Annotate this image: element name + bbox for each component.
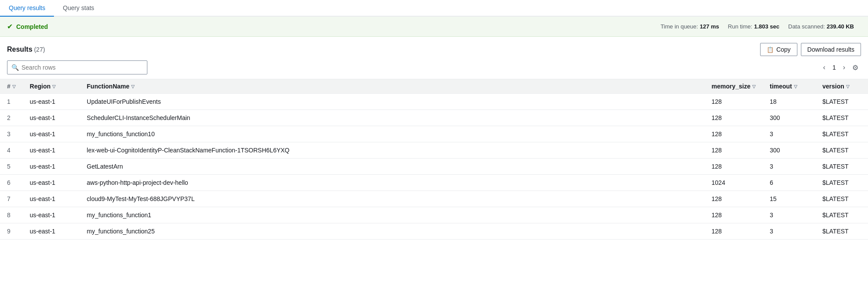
table-wrap: # ▽ Region ▽ FunctionName ▽ [0, 79, 868, 240]
search-input[interactable] [7, 60, 147, 74]
time-in-queue-label: Time in queue: [661, 23, 698, 30]
sort-icon-region: ▽ [52, 84, 56, 89]
cell-version-1: $LATEST [815, 110, 868, 126]
completed-icon: ✔ [7, 22, 13, 31]
copy-label: Copy [776, 46, 791, 53]
next-page-button[interactable]: › [840, 62, 848, 73]
table-row: 1 us-east-1 UpdateUIForPublishEvents 128… [0, 94, 868, 110]
tab-query-results-label: Query results [9, 4, 45, 11]
cell-timeout-3: 300 [763, 142, 815, 159]
cell-mem-3: 128 [704, 142, 763, 159]
run-time-label: Run time: [728, 23, 753, 30]
tab-query-stats[interactable]: Query stats [54, 0, 103, 17]
cell-version-4: $LATEST [815, 159, 868, 175]
results-table: # ▽ Region ▽ FunctionName ▽ [0, 79, 868, 240]
tabs-bar: Query results Query stats [0, 0, 868, 17]
prev-page-button[interactable]: ‹ [821, 62, 828, 73]
cell-version-6: $LATEST [815, 191, 868, 207]
copy-button[interactable]: 📋 Copy [760, 43, 797, 56]
cell-timeout-4: 3 [763, 159, 815, 175]
cell-fn-8: my_functions_function25 [80, 223, 704, 240]
cell-timeout-6: 15 [763, 191, 815, 207]
table-row: 2 us-east-1 SchedulerCLI-InstanceSchedul… [0, 110, 868, 126]
cell-mem-5: 1024 [704, 175, 763, 191]
table-settings-button[interactable]: ⚙ [850, 62, 861, 74]
download-label: Download results [807, 46, 854, 53]
table-row: 8 us-east-1 my_functions_function1 128 3… [0, 207, 868, 223]
cell-version-8: $LATEST [815, 223, 868, 240]
cell-num-5: 6 [0, 175, 23, 191]
cell-mem-2: 128 [704, 126, 763, 142]
data-scanned-label: Data scanned: [788, 23, 825, 30]
download-results-button[interactable]: Download results [801, 43, 861, 56]
cell-num-6: 7 [0, 191, 23, 207]
cell-version-5: $LATEST [815, 175, 868, 191]
cell-num-8: 9 [0, 223, 23, 240]
cell-timeout-0: 18 [763, 94, 815, 110]
status-right: Time in queue: 127 ms Run time: 1.803 se… [661, 23, 861, 30]
page-number: 1 [830, 63, 839, 72]
col-header-memory-size[interactable]: memory_size ▽ [704, 79, 763, 94]
cell-timeout-7: 3 [763, 207, 815, 223]
sort-icon-num: ▽ [12, 84, 16, 89]
cell-mem-8: 128 [704, 223, 763, 240]
results-title-text: Results [7, 46, 32, 53]
table-row: 9 us-east-1 my_functions_function25 128 … [0, 223, 868, 240]
cell-fn-4: GetLatestArn [80, 159, 704, 175]
cell-num-1: 2 [0, 110, 23, 126]
table-header-row: # ▽ Region ▽ FunctionName ▽ [0, 79, 868, 94]
cell-region-2: us-east-1 [23, 126, 80, 142]
cell-region-7: us-east-1 [23, 207, 80, 223]
results-title: Results (27) [7, 46, 45, 53]
sort-icon-mem: ▽ [752, 84, 756, 89]
cell-version-2: $LATEST [815, 126, 868, 142]
results-header: Results (27) 📋 Copy Download results [0, 37, 868, 60]
results-count: (27) [34, 46, 45, 53]
cell-mem-4: 128 [704, 159, 763, 175]
search-icon: 🔍 [11, 64, 19, 71]
sort-icon-fn: ▽ [131, 84, 135, 89]
cell-num-0: 1 [0, 94, 23, 110]
sort-icon-version: ▽ [846, 84, 850, 89]
cell-region-8: us-east-1 [23, 223, 80, 240]
cell-mem-7: 128 [704, 207, 763, 223]
cell-timeout-2: 3 [763, 126, 815, 142]
cell-version-0: $LATEST [815, 94, 868, 110]
cell-version-3: $LATEST [815, 142, 868, 159]
cell-timeout-1: 300 [763, 110, 815, 126]
table-row: 5 us-east-1 GetLatestArn 128 3 $LATEST [0, 159, 868, 175]
col-header-timeout[interactable]: timeout ▽ [763, 79, 815, 94]
tab-query-stats-label: Query stats [63, 4, 94, 11]
copy-icon: 📋 [767, 46, 774, 53]
search-row: 🔍 ‹ 1 › ⚙ [0, 60, 868, 79]
table-row: 6 us-east-1 aws-python-http-api-project-… [0, 175, 868, 191]
cell-region-4: us-east-1 [23, 159, 80, 175]
table-row: 7 us-east-1 cloud9-MyTest-MyTest-688JGPV… [0, 191, 868, 207]
cell-fn-5: aws-python-http-api-project-dev-hello [80, 175, 704, 191]
cell-timeout-5: 6 [763, 175, 815, 191]
cell-fn-6: cloud9-MyTest-MyTest-688JGPVYP37L [80, 191, 704, 207]
cell-mem-1: 128 [704, 110, 763, 126]
run-time-value: 1.803 sec [754, 23, 779, 30]
cell-fn-2: my_functions_function10 [80, 126, 704, 142]
cell-num-2: 3 [0, 126, 23, 142]
cell-region-6: us-east-1 [23, 191, 80, 207]
time-in-queue-value: 127 ms [700, 23, 719, 30]
cell-region-5: us-east-1 [23, 175, 80, 191]
table-row: 4 us-east-1 lex-web-ui-CognitoIdentityP-… [0, 142, 868, 159]
cell-num-4: 5 [0, 159, 23, 175]
results-actions: 📋 Copy Download results [760, 43, 861, 56]
cell-num-7: 8 [0, 207, 23, 223]
pagination: ‹ 1 › ⚙ [821, 62, 861, 74]
cell-fn-0: UpdateUIForPublishEvents [80, 94, 704, 110]
col-header-version[interactable]: version ▽ [815, 79, 868, 94]
cell-region-1: us-east-1 [23, 110, 80, 126]
cell-fn-3: lex-web-ui-CognitoIdentityP-CleanStackNa… [80, 142, 704, 159]
cell-fn-1: SchedulerCLI-InstanceSchedulerMain [80, 110, 704, 126]
col-header-region[interactable]: Region ▽ [23, 79, 80, 94]
tab-query-results[interactable]: Query results [0, 0, 54, 17]
col-header-num[interactable]: # ▽ [0, 79, 23, 94]
cell-mem-6: 128 [704, 191, 763, 207]
status-bar: ✔ Completed Time in queue: 127 ms Run ti… [0, 17, 868, 37]
col-header-function-name[interactable]: FunctionName ▽ [80, 79, 704, 94]
